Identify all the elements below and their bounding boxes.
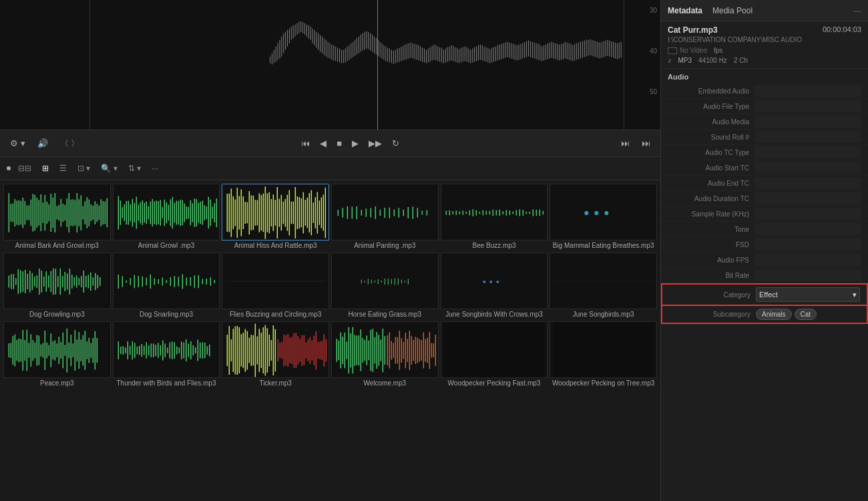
metadata-row-5: Audio Start TC: [661, 160, 868, 176]
media-item-item-16[interactable]: Welcome.mp3: [331, 321, 439, 388]
prev-next-btn[interactable]: 〈 〉: [57, 136, 83, 152]
field-value-6[interactable]: [754, 177, 861, 189]
transport-options-btn[interactable]: ⚙ ▾: [7, 136, 29, 150]
metadata-row-1: Audio File Type: [661, 99, 868, 114]
media-item-item-8[interactable]: Dog Snarling.mp3: [113, 253, 220, 319]
metadata-row-2: Audio Media: [661, 114, 868, 130]
media-item-item-18[interactable]: Woodpecker Pecking on Tree.mp3: [550, 321, 657, 388]
metadata-fields[interactable]: Embedded AudioAudio File TypeAudio Media…: [661, 84, 868, 501]
no-video-badge: No Video: [668, 47, 707, 54]
media-item-item-7[interactable]: Dog Growling.mp3: [3, 253, 111, 319]
ruler-mark-30: 30: [650, 7, 657, 14]
media-item-item-2[interactable]: Animal Growl .mp3: [113, 184, 220, 251]
media-item-item-11[interactable]: June Songbirds With Crows.mp3: [441, 253, 548, 319]
svg-point-467: [483, 281, 485, 283]
field-label-10: FSD: [668, 241, 754, 248]
media-thumbnail-item-12: [550, 253, 657, 309]
media-label-item-15: Ticker.mp3: [222, 378, 329, 388]
media-label-item-16: Welcome.mp3: [331, 378, 439, 388]
media-label-item-11: June Songbirds With Crows.mp3: [441, 309, 548, 319]
thumbnail-view-btn[interactable]: ⊟⊟: [15, 162, 35, 174]
left-panel: 30 40 50 ⚙ ▾ 🔊 〈 〉 ⏮ ◀ ■ ▶ ▶▶ ↻ ⏭ ⏭: [0, 0, 661, 501]
transport-middle: ⏮ ◀ ■ ▶ ▶▶ ↻: [88, 136, 612, 150]
field-value-7[interactable]: [754, 192, 861, 204]
media-item-item-1[interactable]: Animal Bark And Growl.mp3: [3, 184, 111, 251]
media-thumbnail-item-17: [441, 321, 548, 378]
field-value-0[interactable]: [754, 85, 861, 97]
media-item-item-10[interactable]: Horse Eating Grass.mp3: [331, 253, 439, 319]
ruler-mark-50: 50: [650, 88, 657, 96]
media-item-item-3[interactable]: Animal Hiss And Rattle.mp3: [222, 184, 329, 251]
more-options-btn[interactable]: ···: [853, 5, 861, 16]
media-item-item-6[interactable]: Big Mammal Eating Breathes.mp3: [550, 184, 657, 251]
field-value-3[interactable]: [754, 131, 861, 143]
file-name: Cat Purr.mp3: [668, 25, 718, 35]
sort-btn[interactable]: ⇅ ▾: [125, 162, 144, 174]
channels: 2 Ch: [734, 57, 748, 64]
media-pool-btn[interactable]: Media Pool: [712, 6, 752, 15]
subcategory-label: Subcategory: [669, 311, 756, 318]
svg-point-384: [595, 211, 599, 215]
field-value-9[interactable]: [754, 223, 861, 235]
media-item-item-12[interactable]: June Songbirds.mp3: [550, 253, 657, 319]
category-row: Category Effect ▾: [661, 283, 868, 306]
field-value-10[interactable]: [754, 238, 861, 251]
play-btn[interactable]: ▶: [349, 136, 362, 150]
file-info: Cat Purr.mp3 00:00:04:03 I:\CONSERVATION…: [661, 21, 868, 69]
prev-frame-btn[interactable]: ◀: [316, 136, 330, 150]
media-item-item-14[interactable]: Thunder with Birds and Flies.mp3: [113, 321, 220, 388]
next-frame-btn[interactable]: ▶▶: [365, 136, 385, 150]
volume-btn[interactable]: 🔊: [34, 136, 51, 150]
media-thumbnail-item-14: [113, 321, 220, 378]
metadata-row-10: FSD: [661, 237, 868, 253]
preview-left: [0, 0, 90, 130]
stop-btn[interactable]: ■: [333, 136, 345, 150]
category-dropdown[interactable]: Effect ▾: [756, 287, 860, 302]
tag-animals[interactable]: Animals: [756, 309, 792, 320]
media-item-item-4[interactable]: Animal Panting .mp3: [331, 184, 439, 251]
loop-btn[interactable]: ↻: [389, 136, 403, 150]
field-value-12[interactable]: [754, 269, 861, 281]
file-meta-row: No Video fps: [668, 47, 861, 54]
search-btn[interactable]: 🔍 ▾: [97, 162, 120, 174]
media-item-item-13[interactable]: Peace.mp3: [3, 321, 111, 388]
field-value-11[interactable]: [754, 254, 861, 266]
field-value-2[interactable]: [754, 116, 861, 128]
media-item-item-9[interactable]: Flies Buzzing and Circling.mp3: [222, 253, 329, 319]
svg-rect-657: [554, 322, 654, 378]
list-view-btn[interactable]: ☰: [56, 162, 70, 174]
skip-end2-btn[interactable]: ⏭: [638, 136, 654, 150]
field-value-1[interactable]: [754, 100, 861, 112]
media-grid: Animal Bark And Growl.mp3 Animal Growl .…: [3, 184, 657, 388]
field-value-8[interactable]: [754, 208, 861, 220]
frame-view-btn[interactable]: ⊡ ▾: [74, 162, 93, 174]
tag-cat[interactable]: Cat: [795, 309, 817, 320]
waveform-display: [90, 0, 624, 130]
svg-rect-656: [444, 322, 544, 378]
grid-view-btn[interactable]: ⊞: [39, 162, 52, 174]
field-label-2: Audio Media: [668, 118, 754, 126]
media-item-item-5[interactable]: Bee Buzz.mp3: [441, 184, 548, 251]
preview-main: [90, 0, 624, 130]
skip-to-start-btn[interactable]: ⏮: [298, 136, 313, 150]
more-view-btn[interactable]: ···: [148, 162, 162, 174]
preview-area: 30 40 50: [0, 0, 660, 130]
media-grid-container[interactable]: Animal Bark And Growl.mp3 Animal Growl .…: [0, 180, 660, 501]
media-thumbnail-item-11: [441, 253, 548, 309]
metadata-row-4: Audio TC Type: [661, 145, 868, 160]
media-label-item-8: Dog Snarling.mp3: [113, 309, 220, 319]
metadata-row-3: Sound Roll #: [661, 130, 868, 145]
media-item-item-17[interactable]: Woodpecker Pecking Fast.mp3: [441, 321, 548, 388]
file-path: I:\CONSERVATION COMPANY\MISC AUDIO: [668, 36, 861, 43]
dropdown-arrow: ▾: [853, 291, 857, 299]
sample-rate: 44100 Hz: [698, 57, 727, 64]
media-label-item-12: June Songbirds.mp3: [550, 309, 657, 319]
media-item-item-15[interactable]: Ticker.mp3: [222, 321, 329, 388]
right-panel: Metadata Media Pool ··· Cat Purr.mp3 00:…: [661, 0, 868, 501]
transport-bar: ⚙ ▾ 🔊 〈 〉 ⏮ ◀ ■ ▶ ▶▶ ↻ ⏭ ⏭: [0, 130, 660, 157]
field-value-4[interactable]: [754, 146, 861, 158]
main-container: 30 40 50 ⚙ ▾ 🔊 〈 〉 ⏮ ◀ ■ ▶ ▶▶ ↻ ⏭ ⏭: [0, 0, 868, 501]
metadata-title: Metadata: [668, 6, 702, 15]
skip-end-btn[interactable]: ⏭: [618, 136, 633, 150]
field-value-5[interactable]: [754, 162, 861, 174]
